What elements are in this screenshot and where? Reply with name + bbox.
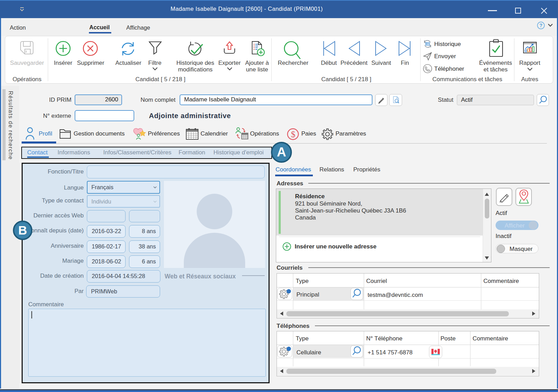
svg-text:$: $ bbox=[291, 130, 295, 139]
svg-text:?: ? bbox=[540, 23, 543, 28]
